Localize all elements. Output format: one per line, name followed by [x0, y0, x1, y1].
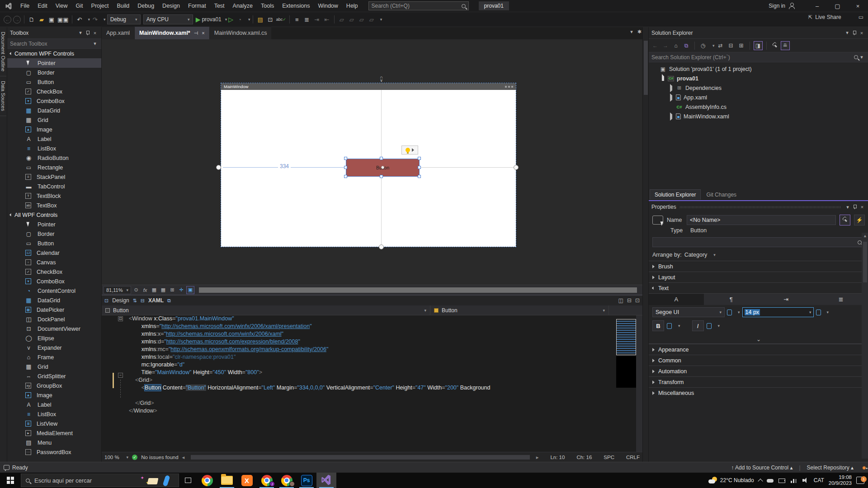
events-mode-icon[interactable]: ⚡ — [854, 215, 865, 225]
profiler-dropdown-icon[interactable]: ▾ — [248, 17, 250, 22]
save-all-icon[interactable]: ▣▣ — [57, 14, 70, 25]
marker-dropdown-icon[interactable]: ▾ — [738, 310, 740, 314]
collapsed-icon[interactable] — [669, 86, 673, 90]
select-repository-button[interactable]: Select Repository ▴ — [807, 465, 854, 471]
taskbar-app-chrome[interactable] — [197, 473, 217, 488]
font-family-source-marker[interactable] — [727, 310, 732, 315]
collapsed-icon[interactable] — [669, 95, 673, 100]
breadcrumb-right-dropdown[interactable]: Button ▾ — [430, 305, 609, 315]
toolbox-item-datepicker[interactable]: ▦DatePicker — [7, 305, 101, 314]
solution-explorer-pin-icon[interactable] — [853, 31, 856, 35]
toolbox-item-ellipse[interactable]: ◯Ellipse — [7, 333, 101, 343]
network-icon[interactable] — [790, 477, 797, 483]
toolbox-item-combobox[interactable]: ▾ComboBox — [7, 277, 101, 286]
scrollbar-minimap[interactable] — [616, 319, 636, 423]
se-forward-icon[interactable]: → — [661, 41, 670, 50]
margin-dimension-label[interactable]: 334 — [278, 163, 291, 169]
toolbox-item-contentcontrol[interactable]: ◔ContentControl — [7, 286, 101, 296]
font-tab[interactable]: A — [649, 294, 704, 305]
user-account-icon[interactable] — [789, 3, 795, 9]
taskbar-search-input[interactable]: Escriu aquí per cercar ✦✦ — [21, 474, 179, 487]
tab-options-gear-icon[interactable]: ✱ — [637, 29, 642, 35]
code-line[interactable]: </Window> — [129, 407, 490, 415]
spell-check-icon[interactable]: abc✓ — [275, 14, 287, 25]
menu-edit[interactable]: Edit — [33, 0, 52, 12]
solution-platform-dropdown[interactable]: Any CPU▾ — [143, 14, 193, 24]
toolbox-item-documentviewer[interactable]: ⊡DocumentViewer — [7, 324, 101, 333]
marker-dropdown-icon[interactable]: ▾ — [827, 310, 829, 314]
taskbar-app-photoshop[interactable]: Ps — [297, 473, 316, 488]
breadcrumb-left-dropdown[interactable]: Button ▾ — [102, 305, 430, 315]
tree-item-app-xaml[interactable]: App.xaml — [649, 93, 868, 102]
font-family-dropdown[interactable]: Segoe UI▾ — [652, 307, 725, 317]
taskbar-app-visual-studio[interactable] — [316, 473, 336, 488]
section-automation[interactable]: Automation — [649, 366, 868, 376]
bold-source-marker[interactable] — [667, 323, 672, 329]
marker-dropdown-icon[interactable]: ▾ — [718, 324, 720, 328]
menu-window[interactable]: Window — [314, 0, 342, 12]
clear-bookmarks-icon[interactable]: ▱ — [367, 14, 377, 25]
menu-help[interactable]: Help — [342, 0, 362, 12]
start-debugging-dropdown-icon[interactable]: ▾ — [225, 17, 227, 22]
weather-widget[interactable]: 22°C Nublado — [708, 477, 754, 484]
section-layout[interactable]: Layout — [649, 272, 868, 282]
toolbox-item-pointer[interactable]: Pointer — [7, 220, 101, 229]
code-line[interactable]: </Grid> — [129, 399, 490, 407]
fold-toggle-icon[interactable]: ⊡ — [118, 316, 123, 321]
editor-zoom-dropdown[interactable]: 100 % — [104, 455, 119, 460]
section-transform[interactable]: Transform — [649, 376, 868, 387]
toolbox-item-image[interactable]: ▲Image — [7, 390, 101, 400]
toolbox-item-gridsplitter[interactable]: ⇔GridSplitter — [7, 371, 101, 381]
tree-item-assemblyinfo-cs[interactable]: C#AssemblyInfo.cs — [649, 102, 868, 112]
bold-button[interactable]: B — [652, 320, 664, 331]
se-switch-views-icon[interactable]: ⧉ — [682, 41, 691, 50]
design-tab[interactable]: Design — [112, 297, 129, 304]
menu-build[interactable]: Build — [113, 0, 133, 12]
toolbox-item-datagrid[interactable]: ▦DataGrid — [7, 106, 101, 115]
vertical-split-icon[interactable]: ◫ — [618, 297, 623, 304]
indent-icon[interactable]: ⇥ — [312, 14, 322, 25]
xaml-code-editor[interactable]: ⊡ − <Window x:Class="prova01.MainWindow"… — [102, 315, 642, 452]
marker-dropdown-icon[interactable]: ▾ — [678, 324, 680, 328]
volume-icon[interactable] — [802, 477, 809, 483]
toolbox-item-image[interactable]: ▲Image — [7, 125, 101, 134]
menu-tools[interactable]: Tools — [257, 0, 278, 12]
name-input[interactable]: <No Name> — [687, 215, 836, 225]
new-project-icon[interactable]: 🗋 — [27, 14, 37, 25]
popout-pane-icon[interactable]: ⧉ — [167, 298, 171, 304]
onedrive-icon[interactable] — [767, 477, 774, 483]
next-bookmark-icon[interactable]: ▱ — [357, 14, 367, 25]
se-wrench-icon[interactable] — [770, 41, 779, 50]
solution-explorer-search-input[interactable]: Search Solution Explorer (Ctrl+`) ▾ — [649, 52, 868, 62]
resize-handle[interactable] — [418, 175, 421, 178]
font-size-source-marker[interactable] — [816, 310, 821, 315]
properties-scrollbar[interactable]: ▲ — [862, 233, 868, 459]
section-miscellaneous[interactable]: Miscellaneous — [649, 387, 868, 398]
designer-zoom-dropdown[interactable]: 81,11%▾ — [104, 286, 131, 294]
code-line[interactable]: <Grid> — [129, 376, 490, 384]
solution-configuration-dropdown[interactable]: Debug▾ — [107, 14, 141, 24]
toolbox-item-rectangle[interactable]: ▭Rectangle — [7, 163, 101, 172]
tree-item-solution-prova01-1-of-1-project-[interactable]: ▣Solution 'prova01' (1 of 1 project) — [649, 64, 868, 74]
toolbox-item-expander[interactable]: vExpander — [7, 343, 101, 352]
arrange-dropdown-icon[interactable]: ▾ — [713, 253, 716, 257]
snap-to-snaplines-icon[interactable]: ✛ — [177, 286, 185, 294]
side-tab-document-outline[interactable]: Document Outline — [0, 27, 6, 76]
toolbox-item-groupbox[interactable]: xyGroupBox — [7, 381, 101, 390]
toolbox-item-mediaelement[interactable]: ▸MediaElement — [7, 428, 101, 438]
tab-close-icon[interactable]: × — [202, 30, 204, 36]
section-text[interactable]: Text — [649, 282, 868, 293]
menu-project[interactable]: Project — [87, 0, 113, 12]
save-icon[interactable]: ▣ — [47, 14, 57, 25]
code-lines[interactable]: <Window x:Class="prova01.MainWindow" xml… — [129, 319, 490, 415]
code-line[interactable]: xmlns:d="http://schemas.microsoft.com/ex… — [129, 338, 490, 346]
close-button[interactable]: × — [848, 0, 868, 12]
start-button[interactable] — [0, 473, 21, 488]
toolbox-item-checkbox[interactable]: ✓CheckBox — [7, 267, 101, 277]
menu-debug[interactable]: Debug — [133, 0, 158, 12]
italic-button[interactable]: I — [692, 320, 704, 331]
profiler-icon[interactable]: ◔ — [235, 14, 245, 25]
feedback-icon[interactable]: ▭ — [859, 14, 863, 20]
resize-handle[interactable] — [380, 175, 383, 178]
tray-expand-icon[interactable] — [758, 479, 763, 483]
